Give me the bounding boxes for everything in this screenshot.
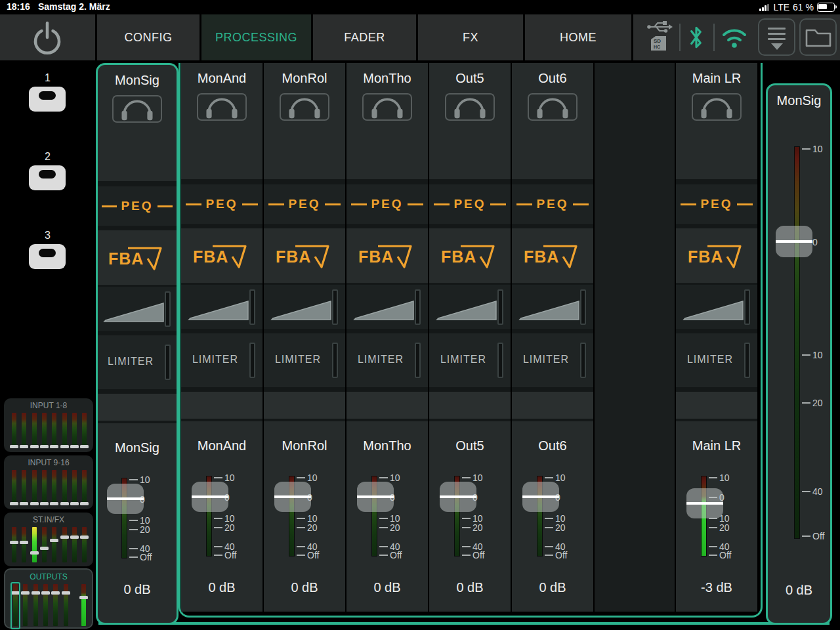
gain-ramp-button[interactable] [429,285,511,329]
solo-headphone-button[interactable] [362,93,412,121]
mini-fader-handle[interactable] [80,536,89,539]
mini-fader-handle[interactable] [10,445,18,448]
wifi-icon[interactable] [721,26,748,49]
gain-ramp-button[interactable] [98,287,177,331]
solo-headphone-button[interactable] [112,95,162,123]
layer-menu-button[interactable] [758,18,795,56]
mini-fader-handle[interactable] [50,445,58,448]
feedback-assist-button[interactable]: FBA [98,230,177,285]
solo-headphone-button[interactable] [445,93,495,121]
channel-fader-handle[interactable] [522,482,559,512]
power-button[interactable] [0,14,95,60]
limiter-button[interactable]: LIMITER [181,333,262,387]
mini-fader-handle[interactable] [40,547,49,550]
scene-button-2[interactable] [29,165,66,190]
channel-strip-monrol[interactable]: MonRolPEQFBALIMITERMonRol100102040Off0 d… [264,63,345,612]
channel-fader-handle[interactable] [107,484,144,514]
peq-button[interactable]: PEQ [264,184,345,224]
limiter-button[interactable]: LIMITER [264,333,345,387]
cellular-signal-icon [759,4,770,11]
mini-fader-handle[interactable] [30,551,39,555]
gain-ramp-button[interactable] [512,285,593,329]
mini-fader-handle[interactable] [70,502,79,505]
peq-button[interactable]: PEQ [98,186,177,226]
peq-button[interactable]: PEQ [429,184,511,224]
mini-fader-handle[interactable] [30,502,39,505]
limiter-button[interactable]: LIMITER [429,333,511,387]
fader-tick-label: 20 [140,524,150,536]
limiter-button[interactable]: LIMITER [512,333,593,387]
mini-fader-handle[interactable] [80,445,89,448]
channel-strip-montho[interactable]: MonThoPEQFBALIMITERMonTho100102040Off0 d… [346,63,428,612]
feedback-assist-button[interactable]: FBA [676,228,757,283]
mini-fader-handle[interactable] [41,591,50,595]
mini-fader-handle[interactable] [79,596,88,599]
feedback-assist-button[interactable]: FBA [346,228,428,283]
gain-ramp-button[interactable] [676,285,757,329]
channel-fader-handle[interactable] [274,482,311,512]
peq-button[interactable]: PEQ [512,184,593,224]
gain-ramp-button[interactable] [264,285,345,329]
solo-headphone-button[interactable] [197,93,247,121]
feedback-assist-button[interactable]: FBA [512,228,593,283]
limiter-button[interactable]: LIMITER [346,333,428,387]
solo-headphone-button[interactable] [528,93,578,121]
feedback-assist-button[interactable]: FBA [264,228,345,283]
limiter-button[interactable]: LIMITER [676,333,757,387]
scene-button-3[interactable] [29,244,66,269]
peq-button[interactable]: PEQ [181,184,262,224]
peq-button[interactable]: PEQ [346,184,428,224]
peq-button[interactable]: PEQ [676,184,757,224]
mini-fader-handle[interactable] [40,445,49,448]
meter-bank-outputs[interactable]: OUTPUTS [4,568,93,629]
scene-button-1[interactable] [29,87,66,112]
mini-fader-handle[interactable] [40,502,49,505]
tab-home[interactable]: HOME [525,14,631,60]
tab-fx[interactable]: FX [418,14,523,60]
mini-fader-handle[interactable] [20,541,28,544]
mini-fader-handle[interactable] [70,445,79,448]
mini-fader-handle[interactable] [10,541,18,544]
meter-bank-st-in-fx[interactable]: ST.IN/FX [4,513,93,566]
mini-fader-handle[interactable] [80,502,89,505]
channel-fader-handle[interactable] [686,488,723,518]
master-fader-handle[interactable] [776,226,812,257]
gain-ramp-button[interactable] [346,285,428,329]
mini-fader-handle[interactable] [70,536,79,539]
channel-fader-handle[interactable] [440,482,476,512]
master-fader-panel[interactable]: MonSig100102040Off0 dB [766,83,832,625]
solo-headphone-button[interactable] [280,93,329,121]
mini-fader-handle[interactable] [60,502,69,505]
tab-fader[interactable]: FADER [313,14,416,60]
bluetooth-icon[interactable] [688,24,705,51]
feedback-assist-button[interactable]: FBA [429,228,511,283]
tab-config[interactable]: CONFIG [97,14,200,60]
mini-fader-handle[interactable] [20,502,28,505]
mini-fader-handle[interactable] [51,591,60,595]
channel-strip-out6[interactable]: Out6PEQFBALIMITEROut6100102040Off0 dB [512,63,593,612]
solo-headphone-button[interactable] [692,93,742,121]
mini-fader-handle[interactable] [30,445,39,448]
channel-strip-main-lr[interactable]: Main LRPEQFBALIMITERMain LR100102040Off-… [676,63,757,612]
mini-fader-handle[interactable] [32,591,40,595]
gain-ramp-button[interactable] [181,285,262,329]
channel-strip-monand[interactable]: MonAndPEQFBALIMITERMonAnd100102040Off0 d… [181,63,262,612]
limiter-button[interactable]: LIMITER [98,335,177,389]
mini-fader-handle[interactable] [50,539,58,542]
feedback-assist-button[interactable]: FBA [181,228,262,283]
mini-fader-handle[interactable] [60,536,69,539]
tab-processing[interactable]: PROCESSING [201,14,311,60]
channel-strip-out5[interactable]: Out5PEQFBALIMITEROut5100102040Off0 dB [429,63,511,612]
mini-fader-handle[interactable] [60,445,69,448]
meter-bank-input-9-16[interactable]: INPUT 9-16 [4,455,93,509]
channel-fader-handle[interactable] [357,482,394,512]
snapshots-button[interactable] [799,18,837,56]
channel-strip-monsig[interactable]: MonSigPEQFBALIMITERMonSig100102040Off0 d… [96,63,178,625]
mini-fader-handle[interactable] [62,591,70,595]
mini-fader-handle[interactable] [20,445,28,448]
mini-fader-handle[interactable] [50,502,58,505]
mini-fader-handle[interactable] [21,591,30,595]
mini-fader-handle[interactable] [10,502,18,505]
meter-bank-input-1-8[interactable]: INPUT 1-8 [4,398,93,452]
channel-fader-handle[interactable] [192,482,228,512]
